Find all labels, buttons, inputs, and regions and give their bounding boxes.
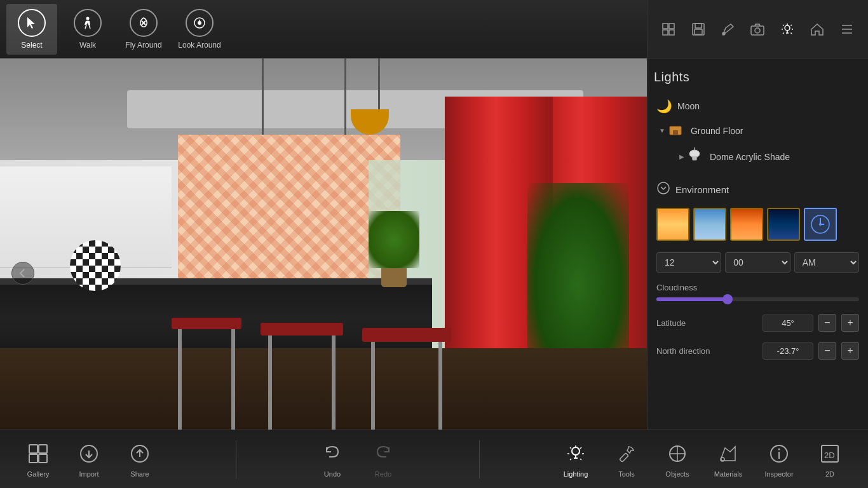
- pendant-light-1: [369, 58, 389, 135]
- svg-rect-35: [620, 452, 628, 461]
- right-panel: Lights 🌙 Moon ▼ Ground Floor ▶: [647, 0, 868, 488]
- svg-rect-5: [663, 24, 668, 29]
- 2d-btn[interactable]: 2D 2D: [804, 434, 855, 485]
- period-select[interactable]: AMPM: [794, 252, 859, 273]
- objects-label: Objects: [665, 470, 689, 478]
- inspector-btn[interactable]: Inspector: [754, 434, 804, 485]
- materials-icon: [715, 441, 741, 466]
- hour-select[interactable]: 12 1234 5678 91011: [656, 252, 721, 273]
- nav-left-arrow[interactable]: [11, 262, 34, 285]
- svg-point-15: [785, 25, 790, 30]
- 2d-label: 2D: [825, 470, 834, 478]
- walk-label: Walk: [79, 41, 96, 50]
- ground-floor-tree-item[interactable]: ▼ Ground Floor: [654, 118, 862, 144]
- north-direction-decrease-btn[interactable]: −: [818, 342, 836, 360]
- svg-rect-11: [695, 29, 702, 34]
- env-preset-clock[interactable]: [804, 208, 837, 241]
- bottom-toolbar: Gallery Import Share Undo Redo: [0, 430, 868, 488]
- bar-stool-3: [362, 328, 451, 437]
- cloudiness-label: Cloudiness: [654, 278, 862, 295]
- share-btn[interactable]: Share: [114, 434, 165, 485]
- list-panel-tab[interactable]: [834, 16, 860, 43]
- 2d-icon: 2D: [817, 441, 843, 466]
- dome-arrow: ▶: [679, 153, 684, 160]
- north-direction-increase-btn[interactable]: +: [841, 342, 859, 360]
- svg-text:2D: 2D: [824, 451, 835, 460]
- svg-rect-30: [29, 454, 37, 463]
- save-panel-tab[interactable]: [685, 16, 712, 43]
- cloudiness-slider-fill: [656, 297, 728, 301]
- svg-rect-20: [673, 130, 678, 135]
- dome-acrylic-tree-item[interactable]: ▶ Dome Acrylic Shade: [654, 144, 862, 170]
- ground-floor-icon: [668, 121, 686, 140]
- environment-header[interactable]: Environment: [654, 177, 862, 201]
- bottom-right-group: Lighting Tools Objects Materials Inspect…: [550, 434, 855, 485]
- divider-1: [236, 440, 236, 478]
- gallery-btn[interactable]: Gallery: [13, 434, 64, 485]
- select-tool[interactable]: Select: [6, 4, 57, 55]
- bottom-undo-group: Undo Redo: [307, 434, 409, 485]
- svg-rect-8: [669, 30, 674, 35]
- svg-point-34: [572, 447, 580, 455]
- objects-panel-tab[interactable]: [655, 16, 682, 43]
- redo-icon: [370, 441, 396, 466]
- svg-rect-7: [663, 30, 668, 35]
- counter-plant: [369, 211, 419, 287]
- look-around-tool[interactable]: Look Around: [174, 4, 225, 55]
- lighting-btn[interactable]: Lighting: [550, 434, 601, 485]
- walk-tool[interactable]: Walk: [62, 4, 113, 55]
- objects-btn[interactable]: Objects: [652, 434, 703, 485]
- env-preset-dawn[interactable]: [656, 208, 689, 241]
- fly-around-label: Fly Around: [125, 41, 161, 50]
- main-view: [0, 58, 647, 488]
- walk-icon: [74, 9, 102, 37]
- svg-marker-0: [27, 17, 35, 29]
- north-direction-value: -23.7°: [763, 342, 813, 360]
- redo-btn[interactable]: Redo: [358, 434, 409, 485]
- inspector-label: Inspector: [764, 470, 793, 478]
- undo-btn[interactable]: Undo: [307, 434, 358, 485]
- cloudiness-slider-container: [654, 295, 862, 309]
- cloudiness-slider-thumb[interactable]: [722, 294, 733, 304]
- latitude-label: Latitude: [656, 318, 757, 328]
- env-preset-day[interactable]: [693, 208, 726, 241]
- import-btn[interactable]: Import: [64, 434, 114, 485]
- cloudiness-slider-track[interactable]: [656, 297, 859, 301]
- env-preset-sunset[interactable]: [730, 208, 763, 241]
- fly-around-icon: [130, 9, 158, 37]
- latitude-increase-btn[interactable]: +: [841, 314, 859, 332]
- materials-btn[interactable]: Materials: [703, 434, 754, 485]
- materials-label: Materials: [714, 470, 743, 478]
- share-icon: [127, 441, 153, 466]
- svg-rect-13: [751, 26, 764, 35]
- paint-panel-tab[interactable]: [715, 16, 742, 43]
- latitude-decrease-btn[interactable]: −: [818, 314, 836, 332]
- select-label: Select: [21, 41, 42, 50]
- lighting-panel-tab[interactable]: [774, 16, 801, 43]
- select-icon: [18, 9, 46, 37]
- time-controls: 12 1234 5678 91011 00153045 AMPM: [654, 247, 862, 278]
- tools-icon: [614, 441, 639, 466]
- bar-stool-1: [172, 318, 241, 437]
- lighting-icon: [563, 441, 588, 466]
- checkered-vase: [70, 240, 121, 291]
- fly-around-tool[interactable]: Fly Around: [118, 4, 169, 55]
- ground-floor-arrow: ▼: [659, 127, 665, 134]
- svg-point-42: [778, 448, 780, 450]
- minute-select[interactable]: 00153045: [725, 252, 790, 273]
- tools-btn[interactable]: Tools: [601, 434, 652, 485]
- divider-2: [479, 440, 480, 478]
- ground-floor-label: Ground Floor: [691, 126, 859, 136]
- camera-panel-tab[interactable]: [744, 16, 771, 43]
- env-preset-night[interactable]: [767, 208, 800, 241]
- import-icon: [76, 441, 102, 466]
- moon-tree-item[interactable]: 🌙 Moon: [654, 95, 862, 118]
- gallery-icon: [25, 441, 51, 466]
- panel-content: Lights 🌙 Moon ▼ Ground Floor ▶: [648, 58, 868, 488]
- scene-3d: [0, 58, 647, 488]
- lights-tree: 🌙 Moon ▼ Ground Floor ▶: [654, 95, 862, 170]
- svg-rect-31: [39, 454, 47, 463]
- svg-point-4: [199, 20, 200, 21]
- home-panel-tab[interactable]: [804, 16, 831, 43]
- svg-rect-6: [669, 24, 674, 29]
